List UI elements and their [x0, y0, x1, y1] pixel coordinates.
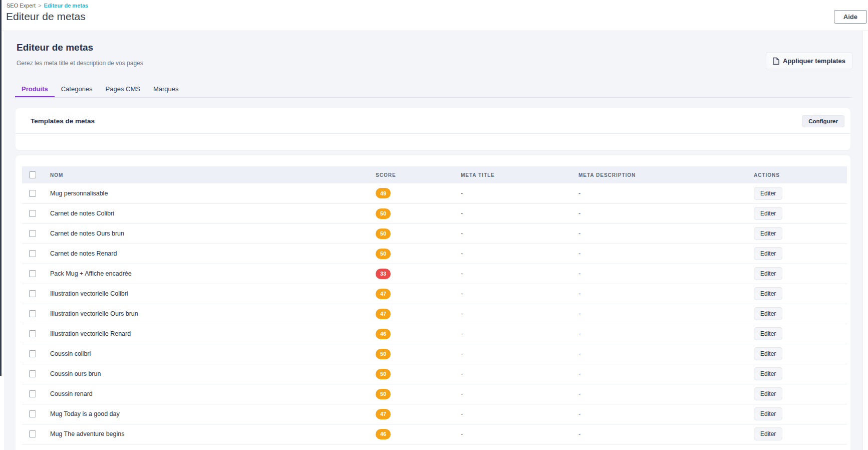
edit-button[interactable]: Editer — [754, 347, 782, 360]
row-meta-description: - — [578, 330, 581, 337]
select-all-checkbox[interactable] — [29, 171, 36, 178]
help-button[interactable]: Aide — [834, 10, 867, 24]
score-badge: 50 — [376, 349, 391, 359]
row-meta-title: - — [461, 230, 463, 237]
templates-card-header: Templates de metas Configurer — [16, 108, 850, 134]
row-meta-description: - — [578, 250, 581, 257]
table-row: Pack Mug + Affiche encadrée 33 - - Edite… — [22, 264, 847, 284]
edit-button[interactable]: Editer — [754, 407, 782, 420]
edit-button[interactable]: Editer — [754, 367, 782, 380]
edit-button[interactable]: Editer — [754, 327, 782, 340]
row-checkbox[interactable] — [29, 250, 36, 257]
row-meta-description: - — [578, 350, 581, 357]
score-badge: 47 — [376, 409, 391, 419]
row-checkbox[interactable] — [29, 390, 36, 397]
table-row: Mug The adventure begins 46 - - Editer — [22, 424, 847, 444]
table-row: Illustration vectorielle Colibri 47 - - … — [22, 284, 847, 304]
column-meta-description: META DESCRIPTION — [571, 166, 747, 183]
row-meta-title: - — [461, 290, 463, 297]
row-checkbox[interactable] — [29, 310, 36, 317]
panel-title: Editeur de metas — [17, 42, 93, 53]
row-name: Coussin renard — [50, 390, 93, 397]
products-table-card: NOM SCORE META TITLE META DESCRIPTION AC… — [16, 155, 850, 450]
score-badge: 47 — [376, 309, 391, 319]
row-name: Illustration vectorielle Ours brun — [50, 310, 138, 317]
row-meta-title: - — [461, 210, 463, 217]
table-row: Carnet de notes Ours brun 50 - - Editer — [22, 223, 847, 244]
score-badge: 46 — [376, 429, 391, 439]
row-meta-title: - — [461, 370, 463, 377]
row-checkbox[interactable] — [29, 430, 36, 437]
row-meta-description: - — [578, 230, 581, 237]
top-bar: SEO Expert>Editeur de metas Editeur de m… — [2, 0, 868, 31]
table-row: Mug personnalisable 49 - - Editer — [22, 183, 847, 203]
edit-button[interactable]: Editer — [754, 287, 782, 300]
content-area: Editeur de metas Gerez les meta title et… — [4, 31, 862, 450]
edit-button[interactable]: Editer — [754, 427, 782, 440]
row-meta-description: - — [578, 390, 581, 397]
tab-pages-cms[interactable]: Pages CMS — [99, 83, 147, 97]
document-icon — [773, 57, 779, 65]
edit-button[interactable]: Editer — [754, 307, 782, 320]
table-row: Carnet de notes Renard 50 - - Editer — [22, 244, 847, 264]
templates-card: Templates de metas Configurer — [16, 108, 850, 150]
table-row: Coussin ours brun 50 - - Editer — [22, 364, 847, 384]
edit-button[interactable]: Editer — [754, 187, 782, 200]
row-checkbox[interactable] — [29, 370, 36, 377]
row-meta-title: - — [461, 390, 463, 397]
row-meta-title: - — [461, 430, 463, 437]
row-meta-title: - — [461, 350, 463, 357]
breadcrumb: SEO Expert>Editeur de metas — [7, 3, 88, 9]
row-meta-description: - — [578, 190, 581, 197]
table-row: Coussin colibri 50 - - Editer — [22, 344, 847, 364]
row-name: Carnet de notes Colibri — [50, 210, 114, 217]
configure-button[interactable]: Configurer — [802, 115, 844, 127]
edit-button[interactable]: Editer — [754, 267, 782, 280]
row-meta-title: - — [461, 250, 463, 257]
edit-button[interactable]: Editer — [754, 207, 782, 220]
apply-templates-button[interactable]: Appliquer templates — [766, 52, 852, 69]
table-row: Carnet de notes Colibri 50 - - Editer — [22, 203, 847, 223]
row-meta-title: - — [461, 190, 463, 197]
score-badge: 47 — [376, 289, 391, 299]
row-checkbox[interactable] — [29, 290, 36, 297]
row-checkbox[interactable] — [29, 330, 36, 337]
table-row: Mug Today is a good day 47 - - Editer — [22, 404, 847, 424]
table-header-row: NOM SCORE META TITLE META DESCRIPTION AC… — [22, 166, 847, 183]
row-meta-description: - — [578, 410, 581, 417]
score-badge: 50 — [376, 208, 391, 219]
row-name: Carnet de notes Ours brun — [50, 230, 124, 237]
tab-bar: Produits Categories Pages CMS Marques — [15, 80, 852, 98]
row-checkbox[interactable] — [29, 410, 36, 417]
row-checkbox[interactable] — [29, 230, 36, 237]
score-badge: 46 — [376, 329, 391, 339]
breadcrumb-current-link[interactable]: Editeur de metas — [44, 3, 89, 9]
row-meta-description: - — [578, 290, 581, 297]
row-checkbox[interactable] — [29, 270, 36, 277]
row-meta-description: - — [578, 210, 581, 217]
row-checkbox[interactable] — [29, 190, 36, 197]
row-name: Illustration vectorielle Renard — [50, 330, 131, 337]
row-name: Mug Today is a good day — [50, 410, 120, 417]
tab-categories[interactable]: Categories — [55, 83, 99, 97]
edit-button[interactable]: Editer — [754, 227, 782, 240]
row-name: Pack Mug + Affiche encadrée — [50, 270, 132, 277]
row-meta-description: - — [578, 430, 581, 437]
row-meta-title: - — [461, 310, 463, 317]
row-meta-title: - — [461, 270, 463, 277]
row-meta-title: - — [461, 410, 463, 417]
edit-button[interactable]: Editer — [754, 247, 782, 260]
row-meta-description: - — [578, 370, 581, 377]
score-badge: 50 — [376, 229, 391, 239]
tab-produits[interactable]: Produits — [15, 83, 55, 97]
breadcrumb-separator: > — [38, 3, 41, 9]
score-badge: 50 — [376, 369, 391, 379]
edit-button[interactable]: Editer — [754, 387, 782, 400]
row-checkbox[interactable] — [29, 350, 36, 357]
score-badge: 33 — [376, 269, 391, 279]
tab-marques[interactable]: Marques — [147, 83, 185, 97]
row-name: Mug The adventure begins — [50, 430, 124, 437]
row-checkbox[interactable] — [29, 210, 36, 217]
table-row: Coussin renard 50 - - Editer — [22, 384, 847, 404]
apply-templates-label: Appliquer templates — [783, 57, 845, 65]
